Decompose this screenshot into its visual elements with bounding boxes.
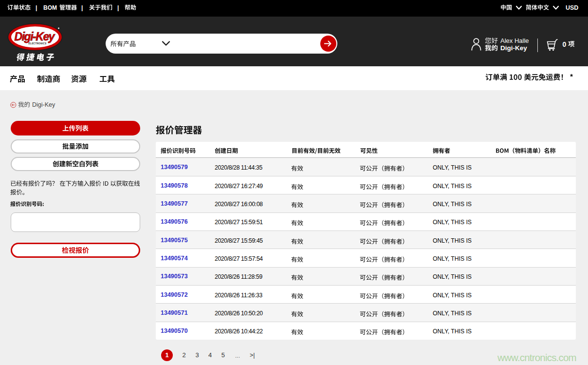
svg-text:ELECTRONICS: ELECTRONICS <box>29 42 47 45</box>
svg-text:Digi-Key: Digi-Key <box>15 30 55 43</box>
